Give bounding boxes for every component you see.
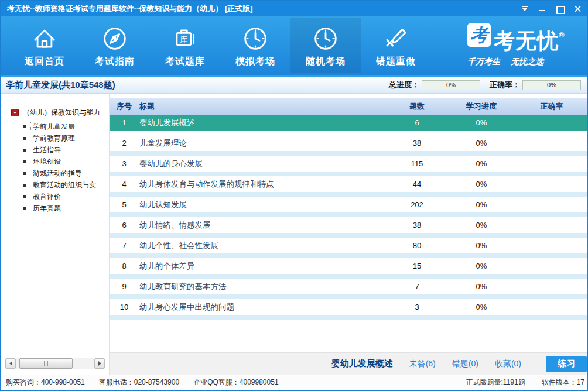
table-row[interactable]: 7 幼儿个性、社会性发展 80 0% bbox=[110, 238, 587, 258]
service-phone: 客服电话：020-87543900 bbox=[99, 378, 179, 387]
qq-service: 企业QQ客服：4009980051 bbox=[193, 378, 278, 387]
table-empty-space bbox=[110, 320, 587, 352]
cell-progress: 0% bbox=[446, 139, 517, 148]
nav-home[interactable]: 返回首页 bbox=[9, 18, 80, 73]
nav-home-label: 返回首页 bbox=[25, 56, 64, 68]
cell-no: 8 bbox=[110, 262, 138, 270]
table-body: 1 婴幼儿发展概述 6 0% 2 儿童发展理论 38 0% bbox=[110, 115, 587, 320]
clock-icon bbox=[240, 23, 271, 54]
table-row[interactable]: 5 幼儿认知发展 202 0% bbox=[110, 197, 587, 217]
close-icon[interactable] bbox=[573, 5, 582, 13]
scroll-right-button[interactable] bbox=[94, 358, 105, 369]
cell-no: 2 bbox=[110, 139, 138, 148]
tree-item[interactable]: 生活指导 bbox=[23, 144, 109, 156]
nav-redo-wrong[interactable]: 错题重做 bbox=[361, 18, 431, 73]
cell-progress: 0% bbox=[446, 200, 517, 209]
cell-title: 幼儿身心发展中出现的问题 bbox=[138, 302, 388, 313]
software-version: 软件版本：17 bbox=[542, 378, 584, 387]
tree-item[interactable]: 环境创设 bbox=[23, 156, 109, 167]
nav-redo-wrong-label: 错题重做 bbox=[376, 56, 416, 68]
table-row[interactable]: 8 幼儿的个体差异 15 0% bbox=[110, 258, 587, 279]
wrong-questions-link[interactable]: 错题(0) bbox=[452, 359, 478, 369]
title-bar[interactable]: 考无忧--教师资格证考试专用题库软件--保教知识与能力（幼儿） [正式版] bbox=[1, 1, 587, 16]
scrollbar-thumb[interactable] bbox=[19, 358, 73, 369]
unanswered-link[interactable]: 未答(6) bbox=[409, 359, 436, 369]
cell-count: 80 bbox=[388, 241, 446, 250]
cell-title: 幼儿教育研究的基本方法 bbox=[138, 282, 388, 292]
status-bar: 购买咨询：400-998-0051 客服电话：020-87543900 企业QQ… bbox=[1, 375, 587, 390]
col-header-progress: 学习进度 bbox=[446, 101, 517, 112]
col-header-title: 标题 bbox=[138, 101, 388, 112]
clock-icon bbox=[310, 23, 341, 54]
question-bank-icon: 库 bbox=[170, 23, 200, 54]
scroll-left-icon bbox=[9, 361, 12, 366]
table-row[interactable]: 6 幼儿情绪、情感发展 38 0% bbox=[110, 217, 587, 238]
tree-item-label: 教育活动的组织与实 bbox=[30, 180, 98, 190]
nav-random-exam[interactable]: 随机考场 bbox=[290, 18, 361, 73]
footer-current-chapter: 婴幼儿发展概述 bbox=[331, 358, 393, 369]
chapter-title: 学前儿童发展(共10章548题) bbox=[6, 80, 389, 91]
cell-count: 44 bbox=[388, 180, 446, 188]
cell-title: 婴幼儿发展概述 bbox=[138, 118, 388, 128]
cell-no: 10 bbox=[110, 303, 138, 311]
tree-item[interactable]: 学前教育原理 bbox=[23, 132, 109, 144]
bullet-icon bbox=[23, 160, 26, 163]
cell-title: 幼儿的个体差异 bbox=[138, 261, 388, 272]
minimize-icon[interactable] bbox=[538, 5, 547, 13]
table-row[interactable]: 3 婴幼儿的身心发展 115 0% bbox=[110, 156, 587, 176]
table-header: 序号 标题 题数 学习进度 正确率 bbox=[110, 98, 587, 115]
table-row[interactable]: 4 幼儿身体发育与动作发展的规律和特点 44 0% bbox=[110, 176, 587, 197]
tree-item-label: 教育评价 bbox=[30, 192, 63, 201]
table-row[interactable]: 10 幼儿身心发展中出现的问题 3 0% bbox=[110, 299, 587, 320]
question-count: 正式版题量:1191题 bbox=[466, 378, 525, 387]
scroll-left-button[interactable] bbox=[5, 358, 16, 369]
col-header-accuracy: 正确率 bbox=[517, 101, 587, 112]
table-row[interactable]: 1 婴幼儿发展概述 6 0% bbox=[110, 115, 587, 135]
bullet-icon bbox=[23, 172, 26, 175]
cell-count: 7 bbox=[388, 282, 446, 291]
tree-item-label: 游戏活动的指导 bbox=[30, 169, 84, 178]
home-icon bbox=[29, 23, 60, 54]
brand-name: 考无忧® bbox=[494, 22, 565, 54]
tree-item[interactable]: 游戏活动的指导 bbox=[23, 167, 109, 179]
accuracy-bar: 0% bbox=[522, 80, 581, 90]
cell-progress: 0% bbox=[446, 221, 517, 229]
cell-progress: 0% bbox=[446, 159, 517, 168]
tree-item[interactable]: 历年真题 bbox=[23, 203, 109, 214]
table-row[interactable]: 9 幼儿教育研究的基本方法 7 0% bbox=[110, 279, 587, 299]
rollup-icon[interactable] bbox=[520, 5, 529, 13]
nav-mock-exam[interactable]: 模拟考场 bbox=[220, 18, 290, 73]
main-area: - （幼儿）保教知识与能力 学前儿童发展 学前教育原理 bbox=[1, 94, 587, 375]
chapter-tree: - （幼儿）保教知识与能力 学前儿童发展 学前教育原理 bbox=[1, 94, 109, 214]
cell-count: 202 bbox=[388, 200, 446, 209]
nav-exam-guide[interactable]: 考试指南 bbox=[80, 18, 150, 73]
table-row[interactable]: 2 儿童发展理论 38 0% bbox=[110, 135, 587, 156]
scrollbar-track[interactable] bbox=[16, 358, 94, 369]
brand-tagline: 千万考生无忧之选 bbox=[467, 57, 582, 67]
nav-question-bank[interactable]: 库 考试题库 bbox=[150, 18, 220, 73]
nav-exam-guide-label: 考试指南 bbox=[95, 56, 135, 68]
cell-no: 1 bbox=[110, 118, 138, 127]
favorites-link[interactable]: 收藏(0) bbox=[495, 359, 521, 369]
table-footer-bar: 婴幼儿发展概述 未答(6) 错题(0) 收藏(0) 练习 bbox=[110, 352, 587, 375]
cell-title: 儿童发展理论 bbox=[138, 138, 388, 149]
cell-progress: 0% bbox=[446, 282, 517, 291]
tree-item[interactable]: 教育活动的组织与实 bbox=[23, 179, 109, 191]
registered-mark: ® bbox=[559, 30, 565, 39]
cell-progress: 0% bbox=[446, 180, 517, 188]
tree-item-label: 学前教育原理 bbox=[30, 133, 77, 143]
tree-item[interactable]: 教育评价 bbox=[23, 191, 109, 203]
tree-item-label: 学前儿童发展 bbox=[30, 122, 77, 131]
svg-text:库: 库 bbox=[180, 35, 187, 44]
maximize-icon[interactable] bbox=[555, 5, 565, 13]
practice-button[interactable]: 练习 bbox=[546, 356, 587, 372]
cell-count: 115 bbox=[388, 159, 446, 168]
cell-no: 6 bbox=[110, 221, 138, 229]
tree-item[interactable]: 学前儿童发展 bbox=[23, 121, 109, 132]
tree-root-node[interactable]: - （幼儿）保教知识与能力 bbox=[11, 108, 109, 118]
bullet-icon bbox=[23, 207, 26, 210]
collapse-icon[interactable]: - bbox=[11, 109, 19, 116]
section-table-panel: 序号 标题 题数 学习进度 正确率 1 婴幼儿发展概述 6 0% bbox=[110, 94, 587, 375]
nav-random-exam-label: 随机考场 bbox=[306, 56, 346, 68]
cell-no: 7 bbox=[110, 241, 138, 250]
